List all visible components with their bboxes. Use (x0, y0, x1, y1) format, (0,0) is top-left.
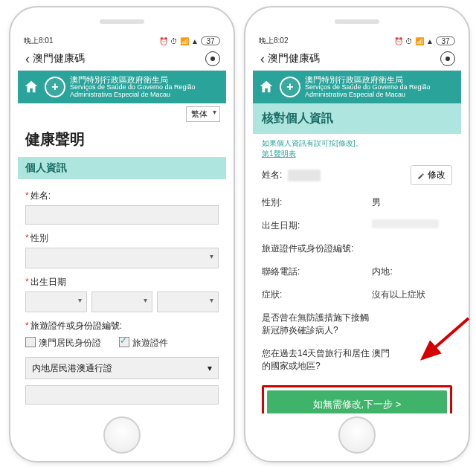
back-icon[interactable]: ‹ (257, 51, 268, 67)
battery-icon: 37 (436, 36, 455, 45)
label-phone: *聯絡電話 (可多填) (25, 412, 219, 413)
row-dob: 出生日期: (262, 214, 452, 237)
next-step-button[interactable]: 如無需修改,下一步 > (267, 390, 447, 413)
screen-right: 晚上8:02 ⏰ ⏱ 📶 ▲ 37 ‹ 澳門健康碼 + (253, 33, 461, 413)
select-permit-type[interactable]: 内地居民港澳通行證▾ (25, 357, 219, 379)
option-macau-id[interactable]: 澳門居民身份證 (25, 337, 101, 350)
name-row: 姓名: 修改 (253, 159, 461, 191)
language-select[interactable]: 繁体 (186, 106, 220, 122)
input-doc-number[interactable] (25, 385, 219, 405)
target-icon[interactable] (205, 51, 220, 66)
page-title: 健康聲明 (18, 125, 226, 157)
select-dob-year[interactable] (25, 292, 87, 312)
pencil-icon (417, 172, 425, 179)
select-dob-month[interactable] (91, 292, 153, 312)
row-contact: 是否曾在無防護措施下接觸新冠肺炎確診病人? (262, 306, 452, 342)
status-time: 晚上8:01 (24, 36, 53, 46)
status-icons: ⏰ ⏱ 📶 ▲ 37 (394, 36, 455, 45)
select-gender[interactable] (25, 248, 219, 268)
health-plus-icon: + (280, 77, 300, 97)
status-icons: ⏰ ⏱ 📶 ▲ 37 (159, 36, 220, 45)
row-gender: 性別:男 (262, 191, 452, 214)
home-button[interactable] (338, 416, 376, 454)
dob-selectors (25, 292, 219, 312)
cta-area: 如無需修改,下一步 > (253, 378, 461, 413)
phone-left: 晚上8:01 ⏰ ⏱ 📶 ▲ 37 ‹ 澳門健康碼 + (9, 6, 235, 463)
home-icon[interactable] (257, 78, 275, 96)
alarm2-icon: ⏱ (170, 37, 178, 45)
row-travel: 您在過去14天曾旅行和居住的國家或地區?澳門 (262, 342, 452, 378)
nav-bar: ‹ 澳門健康碼 (253, 48, 461, 71)
declaration-link[interactable]: 第1聲明表 (262, 149, 296, 158)
bureau-banner: + 澳門特別行政區政府衛生局 Serviços de Saúde do Gove… (253, 71, 461, 103)
signal-icon: 📶 (180, 37, 189, 45)
nav-title: 澳門健康碼 (268, 52, 320, 65)
phone-speaker (100, 19, 144, 24)
label-gender: *性別 (25, 232, 219, 245)
input-name[interactable] (25, 205, 219, 225)
wifi-icon: ▲ (426, 37, 434, 45)
home-button[interactable] (103, 416, 141, 454)
cta-highlight-box: 如無需修改,下一步 > (262, 385, 452, 413)
select-dob-day[interactable] (157, 292, 219, 312)
alarm2-icon: ⏱ (405, 37, 413, 45)
battery-icon: 37 (201, 36, 220, 45)
bureau-name: 澳門特別行政區政府衛生局 Serviços de Saúde do Govern… (70, 75, 222, 99)
status-bar: 晚上8:02 ⏰ ⏱ 📶 ▲ 37 (253, 33, 461, 48)
row-doc: 旅遊證件或身份證編號: (262, 237, 452, 260)
modify-button[interactable]: 修改 (411, 165, 452, 185)
personal-info-form: *姓名: *性別 *出生日期 *旅遊證件或身份證編號: 澳門居民身份證 旅遊證件 (18, 179, 226, 413)
bureau-banner: + 澳門特別行政區政府衛生局 Serviços de Saúde do Gove… (18, 71, 226, 103)
back-icon[interactable]: ‹ (22, 51, 33, 67)
home-icon[interactable] (22, 78, 40, 96)
dob-value-redacted (372, 219, 439, 228)
status-time: 晚上8:02 (259, 36, 288, 46)
info-list: 性別:男 出生日期: 旅遊證件或身份證編號: 聯絡電話:内地: 症狀:沒有以上症… (253, 191, 461, 378)
signal-icon: 📶 (415, 37, 424, 45)
hint-text: 如果個人資訊有誤可按[修改]。 第1聲明表 (253, 134, 461, 159)
label-name: *姓名: (25, 190, 219, 202)
alarm-icon: ⏰ (394, 37, 403, 45)
screen-left: 晚上8:01 ⏰ ⏱ 📶 ▲ 37 ‹ 澳門健康碼 + (18, 33, 226, 413)
label-dob: *出生日期 (25, 276, 219, 289)
row-symptom: 症狀:沒有以上症狀 (262, 283, 452, 306)
row-phone: 聯絡電話:内地: (262, 260, 452, 283)
alarm-icon: ⏰ (159, 37, 168, 45)
health-plus-icon: + (45, 77, 65, 97)
name-label: 姓名: (262, 169, 282, 181)
nav-bar: ‹ 澳門健康碼 (18, 48, 226, 71)
option-travel-doc[interactable]: 旅遊證件 (119, 337, 168, 350)
name-value-redacted (288, 170, 321, 181)
status-bar: 晚上8:01 ⏰ ⏱ 📶 ▲ 37 (18, 33, 226, 48)
section-personal-info: 個人資訊 (18, 157, 226, 179)
target-icon[interactable] (440, 51, 455, 66)
wifi-icon: ▲ (191, 37, 199, 45)
phone-speaker (335, 19, 379, 24)
phone-right: 晚上8:02 ⏰ ⏱ 📶 ▲ 37 ‹ 澳門健康碼 + (244, 6, 470, 463)
bureau-name: 澳門特別行政區政府衛生局 Serviços de Saúde do Govern… (305, 75, 457, 99)
label-doc: *旅遊證件或身份證編號: (25, 320, 219, 332)
doc-type-options: 澳門居民身份證 旅遊證件 (25, 337, 219, 350)
nav-title: 澳門健康碼 (33, 52, 85, 65)
verify-title: 核對個人資訊 (253, 103, 461, 134)
